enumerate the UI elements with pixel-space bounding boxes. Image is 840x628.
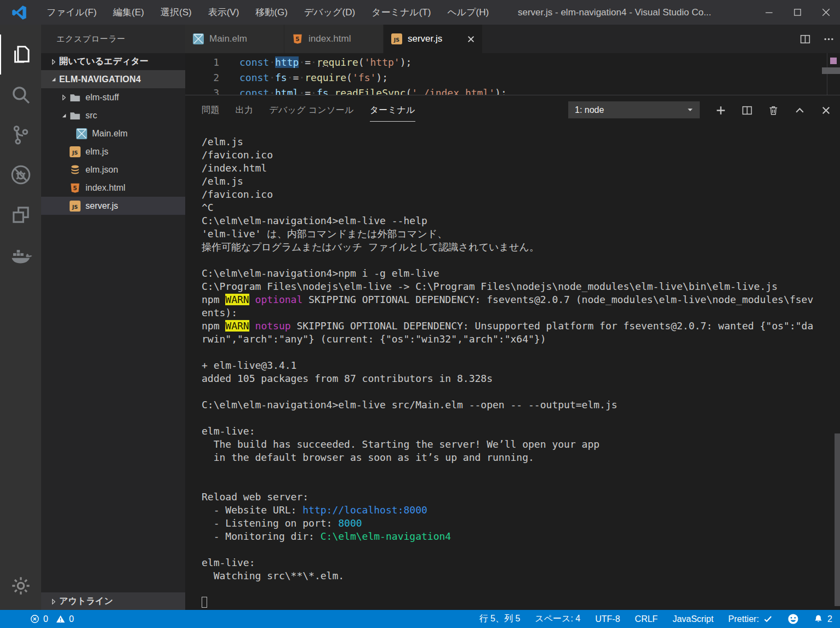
menu-debug[interactable]: デバッグ(D)	[296, 0, 363, 25]
title-bar: ファイル(F)編集(E)選択(S)表示(V)移動(G)デバッグ(D)ターミナル(…	[0, 0, 840, 25]
menu-bar: ファイル(F)編集(E)選択(S)表示(V)移動(G)デバッグ(D)ターミナル(…	[38, 0, 497, 25]
line-number: 2	[185, 70, 219, 85]
tree-item-src[interactable]: src	[41, 106, 185, 124]
tree-item-label: elm.json	[85, 165, 118, 175]
maximize-panel-icon[interactable]	[794, 105, 805, 116]
status-prettier[interactable]: Prettier:	[728, 614, 773, 624]
terminal-line	[202, 385, 840, 398]
tab-label: Main.elm	[209, 33, 276, 44]
bottom-panel: 問題出力デバッグ コンソールターミナル 1: node /elm.js/favi…	[185, 95, 840, 610]
menu-edit[interactable]: 編集(E)	[105, 0, 152, 25]
menu-file[interactable]: ファイル(F)	[38, 0, 105, 25]
status-cursor-position[interactable]: 行 5、列 5	[479, 613, 521, 625]
new-terminal-icon[interactable]	[715, 105, 727, 116]
tree-item-main-elm[interactable]: Main.elm	[41, 124, 185, 142]
status-prettier-label: Prettier:	[728, 614, 759, 624]
activity-search[interactable]	[0, 75, 41, 115]
chevron-down-icon	[47, 75, 59, 83]
tree-item-elm-stuff[interactable]: elm-stuff	[41, 88, 185, 106]
open-editors-section[interactable]: 開いているエディター	[41, 53, 185, 70]
maximize-button[interactable]	[783, 0, 812, 25]
terminal-line: ents):	[202, 306, 840, 319]
activity-docker[interactable]	[0, 235, 41, 275]
activity-source-control[interactable]	[0, 115, 41, 155]
terminal-line: + elm-live@3.4.1	[202, 359, 840, 372]
elm-icon	[76, 128, 87, 139]
terminal-line: ^C	[202, 201, 840, 214]
activity-debug[interactable]	[0, 155, 41, 195]
more-actions-icon[interactable]	[823, 33, 835, 45]
close-button[interactable]	[812, 0, 840, 25]
tab-bar: Main.elm5index.htmlJSserver.js	[185, 25, 840, 53]
terminal-output[interactable]: /elm.js/favicon.ico/index.html/elm.js/fa…	[185, 125, 840, 610]
menu-selection[interactable]: 選択(S)	[152, 0, 200, 25]
menu-go[interactable]: 移動(G)	[247, 0, 296, 25]
terminal-line: - Website URL: http://localhost:8000	[202, 504, 840, 517]
split-terminal-icon[interactable]	[741, 105, 753, 116]
tree-item-server-js[interactable]: JSserver.js	[41, 197, 185, 215]
panel-tab-terminal[interactable]: ターミナル	[370, 95, 415, 125]
menu-help[interactable]: ヘルプ(H)	[439, 0, 497, 25]
explorer-sidebar: エクスプローラー 開いているエディター ELM-NAVIGATION4 elm-…	[41, 25, 185, 610]
check-icon	[763, 614, 773, 624]
ruler-decoration	[830, 58, 837, 64]
status-language-mode[interactable]: JavaScript	[672, 614, 713, 624]
status-indentation-label: スペース: 4	[535, 613, 580, 625]
status-feedback[interactable]	[787, 613, 799, 625]
folder-icon	[70, 110, 81, 121]
close-panel-icon[interactable]	[820, 105, 832, 116]
root-folder-section[interactable]: ELM-NAVIGATION4	[41, 70, 185, 88]
chevron-right-icon	[58, 93, 70, 101]
terminal-link[interactable]: http://localhost:8000	[302, 504, 427, 516]
status-encoding[interactable]: UTF-8	[595, 614, 620, 624]
close-tab-icon[interactable]	[467, 36, 475, 43]
terminal-line	[202, 254, 840, 267]
tree-item-elm-js[interactable]: JSelm.js	[41, 142, 185, 161]
minimize-button[interactable]	[755, 0, 783, 25]
tree-item-label: Main.elm	[92, 129, 128, 139]
activity-extensions[interactable]	[0, 195, 41, 235]
tab-index-html[interactable]: 5index.html	[284, 25, 384, 53]
tab-server-js[interactable]: JSserver.js	[384, 25, 483, 53]
terminal-line: C:\elm\elm-navigation4>elm-live --help	[202, 214, 840, 227]
menu-view[interactable]: 表示(V)	[200, 0, 248, 25]
warning-icon	[56, 614, 65, 624]
status-notifications[interactable]: 2	[814, 614, 832, 624]
chevron-right-icon	[47, 58, 59, 66]
svg-text:5: 5	[73, 184, 77, 191]
js-icon: JS	[70, 201, 81, 212]
tab-label: server.js	[408, 33, 462, 44]
terminal-line: C:\elm\elm-navigation4>elm-live src/Main…	[202, 398, 840, 412]
minimap-slider[interactable]	[822, 67, 840, 74]
kill-terminal-icon[interactable]	[768, 105, 779, 116]
window-title: server.js - elm-navigation4 - Visual Stu…	[518, 7, 711, 18]
menu-terminal[interactable]: ターミナル(T)	[363, 0, 439, 25]
tab-actions	[799, 25, 835, 53]
terminal-cursor[interactable]	[202, 597, 207, 608]
problems-status[interactable]: 0 0	[30, 614, 74, 624]
outline-section[interactable]: アウトライン	[41, 592, 185, 610]
terminal-scrollbar[interactable]	[835, 433, 840, 606]
status-indentation[interactable]: スペース: 4	[535, 613, 580, 625]
terminal-line: /favicon.ico	[202, 149, 840, 162]
panel-tab-debug-console[interactable]: デバッグ コンソール	[269, 95, 353, 125]
error-count: 0	[43, 614, 48, 624]
tree-item-index-html[interactable]: 5index.html	[41, 179, 185, 197]
terminal-line: /elm.js	[202, 135, 840, 149]
tree-item-label: elm-stuff	[85, 93, 119, 102]
terminal-select[interactable]: 1: node	[568, 101, 700, 118]
tree-item-elm-json[interactable]: elm.json	[41, 161, 185, 179]
panel-tab-output[interactable]: 出力	[236, 95, 254, 125]
activity-explorer[interactable]	[0, 35, 41, 75]
status-language-mode-label: JavaScript	[672, 614, 713, 624]
tab-main-elm[interactable]: Main.elm	[185, 25, 284, 53]
status-bar: 0 0 行 5、列 5スペース: 4UTF-8CRLFJavaScriptPre…	[0, 610, 840, 628]
status-eol[interactable]: CRLF	[635, 614, 658, 624]
svg-text:JS: JS	[393, 37, 400, 43]
code-editor[interactable]: 1const·http·=·require('http');2const·fs·…	[185, 53, 840, 95]
terminal-line: The build has succeeded. Starting the se…	[202, 438, 840, 451]
activity-settings-gear[interactable]	[0, 569, 41, 602]
js-icon: JS	[70, 146, 81, 157]
panel-tab-problems[interactable]: 問題	[202, 95, 220, 125]
split-editor-icon[interactable]	[799, 33, 811, 45]
